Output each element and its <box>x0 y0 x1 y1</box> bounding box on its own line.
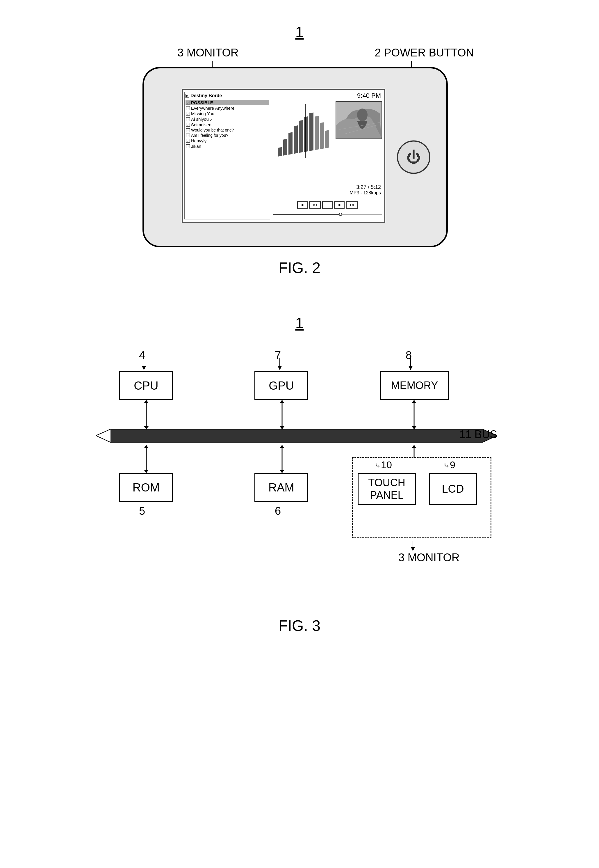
memory-num-arrow <box>408 358 414 371</box>
item-icon-6: ♪ <box>186 134 190 137</box>
memory-label: MEMORY <box>391 379 438 392</box>
gpu-bus-arrow <box>279 400 285 429</box>
touch-label: TOUCH PANEL <box>368 476 405 501</box>
progress-time: 3:27 / 5:12 <box>349 184 381 190</box>
svg-rect-4 <box>278 147 282 157</box>
playlist-item-1: Everywhere Anywhere <box>191 106 234 110</box>
playlist-item-0: POSSIBLE <box>191 100 213 105</box>
list-item[interactable]: ♪ Would you be that one? <box>185 127 269 133</box>
playlist-item-2: Missing You <box>191 111 214 116</box>
list-item[interactable]: ♪ Jikan <box>185 143 269 149</box>
stop-btn[interactable]: ■ <box>297 201 308 208</box>
svg-marker-24 <box>409 366 412 370</box>
fig3-section: 1 4 7 8 CPU <box>0 294 599 652</box>
progress-knob[interactable] <box>339 213 342 216</box>
stop2-btn[interactable]: ■ <box>334 201 345 208</box>
svg-rect-7 <box>294 125 298 154</box>
gpu-label: GPU <box>269 379 294 392</box>
screen-time: 9:40 PM <box>357 92 381 100</box>
viz-bars-svg <box>272 101 336 160</box>
gpu-ram-arrow <box>279 445 285 473</box>
cpu-label: CPU <box>134 379 158 392</box>
bus-arrow <box>96 426 497 445</box>
svg-marker-22 <box>278 366 282 370</box>
rom-box: ROM <box>119 473 173 502</box>
power-button[interactable]: ⏻ <box>397 140 430 174</box>
progress-bar-area[interactable] <box>273 213 382 216</box>
progress-info-area: 3:27 / 5:12 MP3 - 128kbps <box>349 184 381 196</box>
item-icon-3: ♪ <box>186 117 190 121</box>
svg-marker-45 <box>412 445 416 448</box>
playlist-folder-icon: ▶ <box>185 94 189 98</box>
svg-marker-32 <box>412 400 416 403</box>
video-thumbnail <box>336 101 382 139</box>
svg-marker-43 <box>280 470 284 473</box>
device-screen[interactable]: 9:40 PM ▶ Destiny Borde ♪ POSSIBLE <box>182 89 385 223</box>
cpu-num-arrow <box>141 358 147 371</box>
power-label-fig2: 2 POWER BUTTON <box>375 47 474 59</box>
fig3-ref-num: 1 <box>295 314 304 331</box>
next-btn[interactable]: ⏭ <box>346 201 358 208</box>
list-item[interactable]: ♪ Seimeisen <box>185 122 269 127</box>
progress-track <box>273 214 382 215</box>
item-icon-0: ♪ <box>186 101 190 104</box>
page: 1 3 MONITOR 2 POWER BUTTON 9:40 PM <box>0 0 599 868</box>
item-icon-5: ♪ <box>186 128 190 132</box>
svg-marker-20 <box>142 366 146 370</box>
ram-num-label: 6 <box>275 505 281 517</box>
svg-rect-13 <box>325 130 329 148</box>
visualization-area <box>272 101 336 160</box>
playlist-area: ▶ Destiny Borde ♪ POSSIBLE ♪ Everywhere … <box>184 92 270 219</box>
prev-btn[interactable]: ⏮ <box>309 201 321 208</box>
svg-rect-11 <box>315 116 319 150</box>
svg-rect-12 <box>320 122 324 149</box>
ram-box: RAM <box>254 473 308 502</box>
playlist-item-6: Am I feeling for you? <box>191 133 228 137</box>
lcd-box: LCD <box>429 473 477 505</box>
svg-rect-6 <box>289 132 292 154</box>
svg-point-16 <box>357 109 367 121</box>
playlist-item-selected[interactable]: ♪ POSSIBLE <box>185 100 269 105</box>
svg-rect-8 <box>299 120 303 153</box>
fig2-ref-num: 1 <box>295 24 304 41</box>
playlist-title: Destiny Borde <box>190 93 222 98</box>
playlist-item-4: Seimeisen <box>191 122 211 127</box>
cpu-bus-arrow <box>143 400 149 429</box>
list-item[interactable]: ♪ Ai shiyou ♪ <box>185 116 269 122</box>
playlist-title-row: ▶ Destiny Borde <box>185 93 269 99</box>
svg-rect-5 <box>283 139 287 155</box>
block-diagram: 4 7 8 CPU GPU <box>96 340 503 608</box>
lcd-label: LCD <box>442 483 464 495</box>
svg-marker-40 <box>144 470 149 473</box>
gpu-box: GPU <box>254 371 308 400</box>
memory-box: MEMORY <box>380 371 448 400</box>
gpu-num-arrow <box>277 358 283 371</box>
fig2-section: 1 3 MONITOR 2 POWER BUTTON 9:40 PM <box>0 0 599 294</box>
rom-label: ROM <box>132 481 160 494</box>
monitor-ref-arrow-3 <box>410 540 416 552</box>
item-icon-2: ♪ <box>186 112 190 116</box>
list-item[interactable]: ♪ Heavyly <box>185 138 269 143</box>
list-item[interactable]: ♪ Missing You <box>185 111 269 116</box>
lcd-num-label: ⤷9 <box>444 459 455 471</box>
device-body: 9:40 PM ▶ Destiny Borde ♪ POSSIBLE <box>143 67 448 248</box>
svg-marker-39 <box>144 445 149 448</box>
item-icon-8: ♪ <box>186 144 190 148</box>
svg-rect-9 <box>304 116 308 152</box>
svg-marker-26 <box>144 400 149 403</box>
fig2-caption: FIG. 2 <box>278 259 321 276</box>
cpu-box: CPU <box>119 371 173 400</box>
fig3-caption: FIG. 3 <box>278 617 321 634</box>
monitor-ref-label: 3 MONITOR <box>398 551 459 564</box>
svg-rect-10 <box>309 112 313 151</box>
rom-num-label: 5 <box>139 505 145 517</box>
memory-bus-arrow <box>411 400 417 429</box>
progress-fill <box>273 214 340 215</box>
pause-btn[interactable]: ⏸ <box>322 201 333 208</box>
list-item[interactable]: ♪ Am I feeling for you? <box>185 133 269 138</box>
svg-marker-29 <box>280 400 284 403</box>
touch-panel-box: TOUCH PANEL <box>358 473 416 505</box>
svg-marker-35 <box>96 429 110 442</box>
cpu-rom-arrow <box>143 445 149 473</box>
list-item[interactable]: ♪ Everywhere Anywhere <box>185 105 269 111</box>
